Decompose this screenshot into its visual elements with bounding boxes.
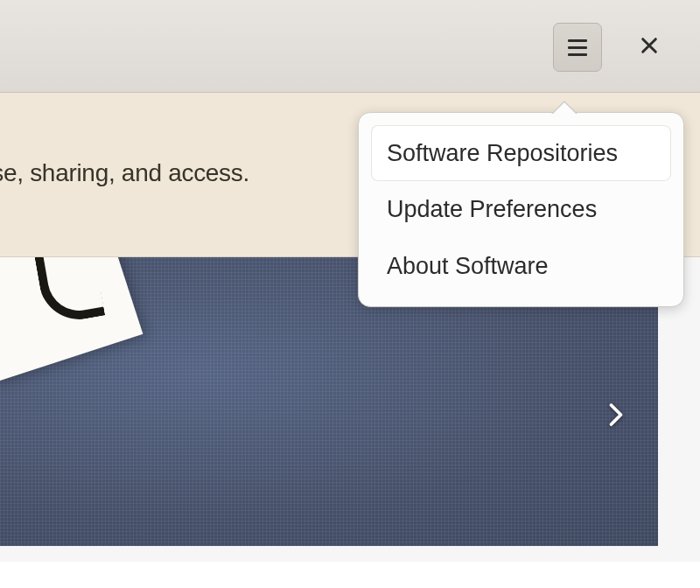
close-button[interactable] — [625, 23, 674, 72]
featured-app-tile — [0, 257, 143, 382]
menu-item-update-preferences[interactable]: Update Preferences — [371, 181, 671, 237]
header-bar — [0, 0, 700, 93]
chevron-right-icon — [606, 402, 626, 428]
menu-item-software-repositories[interactable]: Software Repositories — [371, 125, 671, 181]
carousel-next-button[interactable] — [598, 397, 634, 432]
hamburger-icon — [568, 39, 587, 56]
menu-item-about-software[interactable]: About Software — [371, 238, 671, 294]
close-icon — [640, 36, 659, 59]
hamburger-menu-popover: Software Repositories Update Preferences… — [358, 112, 684, 307]
banner-text: …restrictions on use, sharing, and acces… — [0, 159, 249, 187]
hamburger-menu-button[interactable] — [553, 23, 602, 72]
